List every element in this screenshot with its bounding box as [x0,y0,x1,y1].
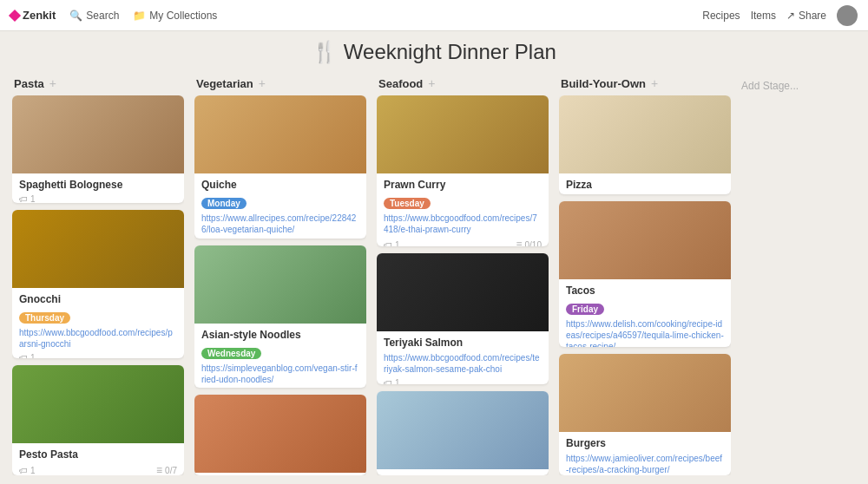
card-image-noodles [194,245,366,324]
card-url[interactable]: https://www.bbcgoodfood.com/recipes/7418… [384,213,542,235]
card-url[interactable]: https://www.delish.com/cooking/recipe-id… [566,318,724,348]
card-image-pesto [12,365,184,443]
tag-icon: 🏷 [19,353,28,358]
card-title: Quiche [201,179,359,191]
user-avatar[interactable] [837,5,858,26]
items-nav-item[interactable]: Items [751,10,776,22]
card-salmon[interactable]: Teriyaki Salmonhttps://www.bbcgoodfood.c… [377,253,549,385]
cards-pasta: Spaghetti Bolognese🏷 1GnocchiThursdayhtt… [12,95,184,475]
column-title: Seafood [378,77,423,90]
card-items-count: ≡ 0/7 [156,464,177,475]
cards-seafood: Prawn CurryTuesdayhttps://www.bbcgoodfoo… [377,95,549,475]
card-title: Burgers [566,437,724,449]
card-image-prawn [377,95,549,173]
recipes-nav-item[interactable]: Recipes [702,10,740,22]
add-stage-label[interactable]: Add Stage... [741,80,799,92]
card-title: Prawn Curry [384,179,542,191]
card-image-burgers [559,354,731,432]
card-noodles[interactable]: Asian-style NoodlesWednesdayhttps://simp… [194,245,366,389]
card-burgers[interactable]: Burgershttps://www.jamieoliver.com/recip… [559,354,731,475]
card-url[interactable]: https://www.allrecipes.com/recipe/228426… [201,213,359,235]
card-seafood2[interactable] [377,391,549,475]
card-title: Tacos [566,285,724,297]
share-nav-item[interactable]: ↗ Share [786,10,826,22]
card-image-spaghetti [12,95,184,173]
card-soup[interactable] [194,395,366,475]
tag-icon: 🏷 [384,240,392,246]
card-image-tacos [559,201,731,279]
card-tacos[interactable]: TacosFridayhttps://www.delish.com/cookin… [559,201,731,348]
card-footer: 🏷 1 [19,194,177,203]
column-add-icon[interactable]: + [651,76,658,90]
card-day-tag: Thursday [19,312,70,324]
card-pizza[interactable]: Pizza🏷 1 [559,95,731,194]
card-image-pizza [559,95,731,173]
column-title: Pasta [14,77,44,90]
column-seafood: Seafood + Prawn CurryTuesdayhttps://www.… [372,71,554,482]
title-icon: 🍴 [312,40,338,63]
cards-vegetarian: QuicheMondayhttps://www.allrecipes.com/r… [194,95,366,475]
nav-right: Recipes Items ↗ Share [702,5,858,26]
tag-icon: 🏷 [384,378,392,385]
card-title: Pesto Pasta [19,448,177,461]
search-nav-label: Search [86,10,119,22]
items-label: Items [751,10,776,22]
card-image-soup [194,395,366,473]
card-title: Gnocchi [19,293,177,305]
card-image-salmon [377,253,549,331]
app-name: Zenkit [23,9,56,22]
card-items-count: ≡ 0/10 [516,239,542,246]
share-icon: ↗ [786,10,795,22]
card-url[interactable]: https://www.jamieoliver.com/recipes/beef… [566,453,724,475]
card-title: Teriyaki Salmon [384,337,542,349]
add-stage-button[interactable]: Add Stage... [736,71,840,482]
column-title: Vegetarian [196,77,253,90]
card-title: Pizza [566,179,724,191]
card-image-gnocchi [12,210,184,288]
nav-left: Zenkit 🔍 Search 📁 My Collections [10,9,217,22]
card-day-tag: Wednesday [201,348,261,359]
card-url[interactable]: https://simpleveganblog.com/vegan-stir-f… [201,363,359,385]
card-quiche[interactable]: QuicheMondayhttps://www.allrecipes.com/r… [194,95,366,239]
card-prawn[interactable]: Prawn CurryTuesdayhttps://www.bbcgoodfoo… [377,95,549,246]
column-pasta: Pasta + Spaghetti Bolognese🏷 1GnocchiThu… [7,71,189,482]
card-tag-count: 🏷 1 [384,240,400,246]
card-footer: 🏷 1≡ 0/10 [384,239,542,246]
page-header: 🍴 Weeknight Dinner Plan [0,31,868,71]
top-nav: Zenkit 🔍 Search 📁 My Collections Recipes… [0,0,868,31]
card-pesto[interactable]: Pesto Pasta🏷 1≡ 0/7 [12,365,184,475]
column-header-pasta: Pasta + [12,71,184,95]
collections-label: My Collections [149,10,217,22]
card-footer: 🏷 1 [384,378,542,385]
column-add-icon[interactable]: + [428,76,435,90]
search-nav-item[interactable]: 🔍 Search [69,10,119,22]
collections-nav-item[interactable]: 📁 My Collections [133,10,217,22]
card-day-tag: Tuesday [384,198,431,209]
card-day-tag: Monday [201,198,247,209]
list-icon: ≡ [156,464,162,475]
card-url[interactable]: https://www.bbcgoodfood.com/recipes/teri… [384,352,542,375]
page-title: 🍴 Weeknight Dinner Plan [0,40,868,64]
column-vegetarian: Vegetarian + QuicheMondayhttps://www.all… [189,71,372,482]
card-image-quiche [194,95,366,173]
card-title: Spaghetti Bolognese [19,179,177,191]
column-header-seafood: Seafood + [377,71,549,95]
search-icon: 🔍 [69,10,82,22]
column-add-icon[interactable]: + [259,76,266,90]
card-title: Asian-style Noodles [201,329,359,341]
list-icon: ≡ [516,239,523,246]
card-footer: 🏷 1 [19,353,177,358]
collection-icon: 📁 [133,10,146,22]
tag-icon: 🏷 [19,194,28,203]
recipes-label: Recipes [702,10,740,22]
logo-icon [9,9,21,21]
card-tag-count: 🏷 1 [19,466,36,475]
card-gnocchi[interactable]: GnocchiThursdayhttps://www.bbcgoodfood.c… [12,210,184,358]
column-build-your-own: Build-Your-Own + Pizza🏷 1TacosFridayhttp… [554,71,736,482]
column-add-icon[interactable]: + [49,76,56,90]
card-url[interactable]: https://www.bbcgoodfood.com/recipes/pars… [19,327,177,350]
card-tag-count: 🏷 1 [19,194,36,203]
card-tag-count: 🏷 1 [384,378,400,385]
app-logo[interactable]: Zenkit [10,9,56,22]
card-spaghetti[interactable]: Spaghetti Bolognese🏷 1 [12,95,184,203]
